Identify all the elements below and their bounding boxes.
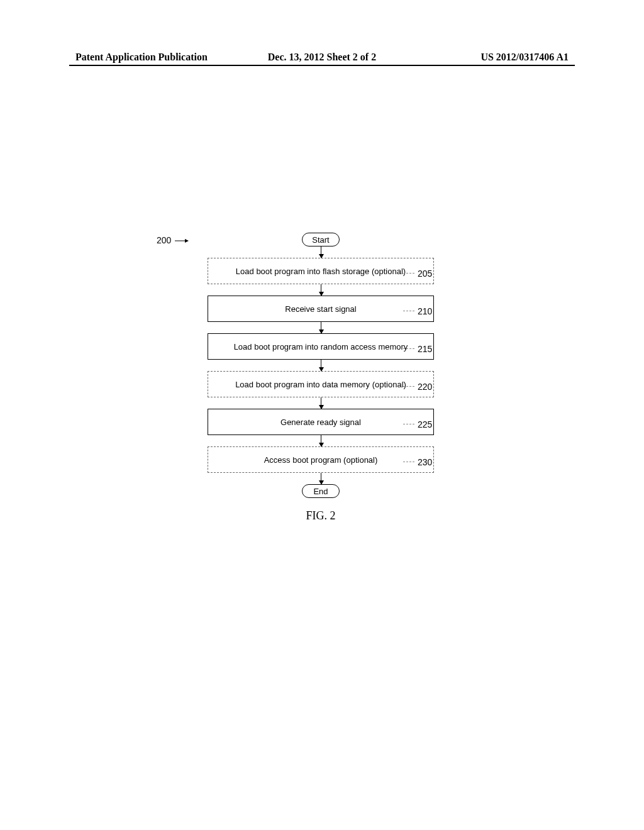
diagram-reference-main-text: 200	[157, 235, 171, 245]
arrow-down-icon	[321, 360, 321, 371]
terminal-start: Start	[302, 233, 340, 246]
ref-leader-line	[403, 348, 414, 349]
ref-leader-line	[403, 273, 414, 274]
step-box-210: Receive start signal	[208, 296, 434, 322]
step-text: Receive start signal	[285, 304, 356, 314]
step-box-205: Load boot program into flash storage (op…	[208, 258, 434, 284]
header-publication-number: US 2012/0317406 A1	[404, 52, 569, 63]
figure-caption: FIG. 2	[176, 509, 465, 523]
step-text: Load boot program into random access mem…	[234, 342, 408, 351]
header-date-sheet: Dec. 13, 2012 Sheet 2 of 2	[240, 52, 404, 63]
arrow-down-icon	[321, 322, 321, 333]
step-text: Generate ready signal	[280, 418, 361, 427]
header-divider	[69, 65, 575, 66]
ref-leader-line	[403, 386, 414, 387]
header-publication-type: Patent Application Publication	[75, 52, 240, 63]
step-reference-210: 210	[418, 306, 432, 316]
step-reference-225: 225	[418, 419, 432, 429]
arrow-down-icon	[321, 435, 321, 446]
arrow-down-icon	[321, 246, 321, 258]
arrow-down-icon	[321, 473, 321, 484]
step-reference-205: 205	[418, 268, 432, 279]
step-text: Load boot program into data memory (opti…	[235, 380, 406, 389]
step-box-225: Generate ready signal	[208, 409, 434, 435]
step-box-230: Access boot program (optional)	[208, 446, 434, 473]
step-reference-220: 220	[418, 382, 432, 392]
step-text: Load boot program into flash storage (op…	[236, 267, 406, 276]
ref-leader-line	[403, 424, 414, 424]
terminal-end: End	[302, 484, 340, 498]
step-box-220: Load boot program into data memory (opti…	[208, 371, 434, 397]
step-text: Access boot program (optional)	[264, 455, 378, 465]
ref-leader-line	[403, 462, 414, 462]
page-header: Patent Application Publication Dec. 13, …	[0, 52, 644, 63]
arrow-down-icon	[321, 284, 321, 296]
step-box-215: Load boot program into random access mem…	[208, 333, 434, 360]
ref-leader-line	[403, 311, 414, 311]
arrow-down-icon	[321, 397, 321, 409]
step-reference-215: 215	[418, 344, 432, 354]
step-reference-230: 230	[418, 457, 432, 467]
